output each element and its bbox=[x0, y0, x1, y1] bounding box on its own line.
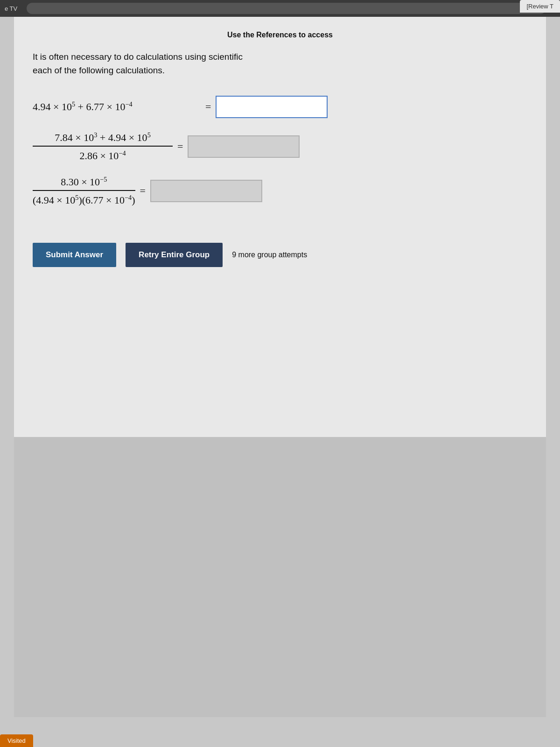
equation-row-2: 7.84 × 103 + 4.94 × 105 2.86 × 10−4 = bbox=[33, 131, 527, 162]
visited-tab[interactable]: Visited bbox=[0, 734, 33, 747]
gray-lower-area bbox=[14, 437, 546, 717]
url-bar[interactable] bbox=[27, 3, 546, 14]
tv-label: e TV bbox=[5, 5, 17, 12]
reference-text: Use the References to access bbox=[33, 31, 527, 39]
problem-description: It is often necessary to do calculations… bbox=[33, 50, 527, 77]
submit-answer-button[interactable]: Submit Answer bbox=[33, 243, 116, 267]
equals-sign-2: = bbox=[177, 141, 183, 153]
problem-line2: each of the following calculations. bbox=[33, 65, 165, 75]
equation-row-1: 4.94 × 105 + 6.77 × 10−4 = bbox=[33, 96, 527, 118]
fraction-3-line bbox=[33, 190, 135, 191]
problem-line1: It is often necessary to do calculations… bbox=[33, 52, 243, 62]
answer-input-1[interactable] bbox=[216, 96, 328, 118]
equations-container: 4.94 × 105 + 6.77 × 10−4 = 7.84 × 103 + … bbox=[33, 91, 527, 224]
equals-sign-3: = bbox=[140, 185, 146, 197]
answer-input-2[interactable] bbox=[188, 135, 300, 158]
fraction-2-line bbox=[33, 146, 173, 147]
equation-1-expression: 4.94 × 105 + 6.77 × 10−4 bbox=[33, 100, 201, 113]
fraction-3-denominator: (4.94 × 105)(6.77 × 10−4) bbox=[33, 193, 135, 206]
answer-input-3[interactable] bbox=[150, 180, 262, 202]
browser-toolbar: e TV [Review T bbox=[0, 0, 560, 17]
equation-3-fraction: 8.30 × 10−5 (4.94 × 105)(6.77 × 10−4) bbox=[33, 176, 135, 207]
attempts-remaining-text: 9 more group attempts bbox=[232, 251, 307, 259]
fraction-2-numerator: 7.84 × 103 + 4.94 × 105 bbox=[55, 131, 151, 146]
review-tab[interactable]: [Review T bbox=[520, 0, 560, 13]
fraction-3-numerator: 8.30 × 10−5 bbox=[61, 176, 107, 190]
equals-sign-1: = bbox=[205, 101, 211, 113]
main-content-area: Use the References to access It is often… bbox=[14, 17, 546, 437]
retry-entire-group-button[interactable]: Retry Entire Group bbox=[126, 243, 223, 267]
fraction-2-denominator: 2.86 × 10−4 bbox=[79, 148, 126, 162]
buttons-area: Submit Answer Retry Entire Group 9 more … bbox=[33, 243, 527, 267]
equation-row-3: 8.30 × 10−5 (4.94 × 105)(6.77 × 10−4) = bbox=[33, 176, 527, 207]
equation-2-fraction: 7.84 × 103 + 4.94 × 105 2.86 × 10−4 bbox=[33, 131, 173, 162]
